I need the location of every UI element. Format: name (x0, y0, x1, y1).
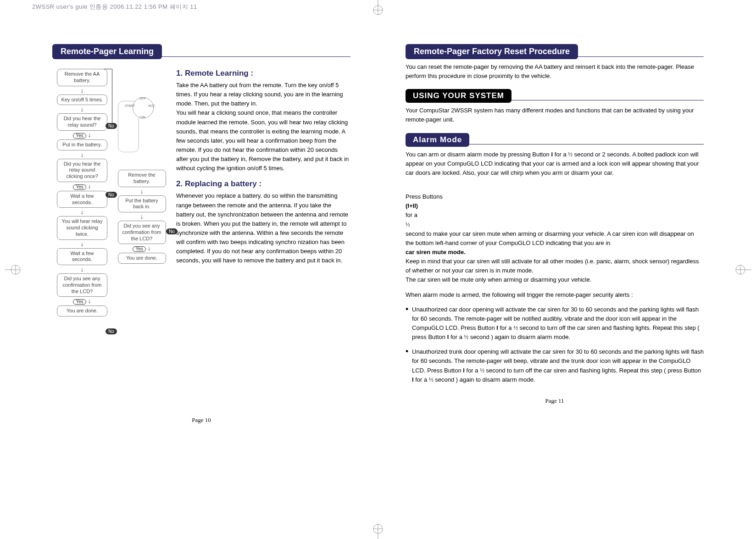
left-page-columns: Remove the AA battery. ↓ Key on/off 5 ti… (52, 62, 350, 404)
flow-box: You are done. (118, 253, 166, 264)
body-text: You can reset the remote-pager by removi… (406, 62, 704, 81)
no-label: No (106, 328, 117, 334)
document-sheet: 2WSSR user's guie 인증용 2006.11.22 1:56 PM… (0, 0, 756, 539)
yes-label: Yes (73, 184, 86, 190)
page-number: Page 10 (52, 417, 350, 424)
print-header: 2WSSR user's guie 인증용 2006.11.22 1:56 PM… (0, 0, 756, 14)
arrow-down-icon: ↓ (52, 241, 112, 247)
list-item: Unauthorized car door opening will activ… (406, 305, 704, 342)
section-tab-using-system: USING YOUR SYSTEM (406, 89, 511, 103)
button-ref: I (463, 367, 465, 374)
arrow-down-icon: ↓ (52, 209, 112, 215)
arrow-down-icon: ↓ (52, 87, 112, 94)
arrow-down-icon: Yes ↓ (52, 183, 112, 190)
arrow-down-icon: ↓ (52, 266, 112, 272)
yes-label: Yes (73, 299, 86, 305)
section-tab-alarm-mode: Alarm Mode (406, 133, 469, 147)
no-label: No (106, 192, 117, 198)
fraction-half: ½ (568, 151, 573, 158)
subheading-replacing-battery: 2. Replacing a battery : (176, 179, 350, 189)
subheading-remote-learning: 1. Remote Learning : (176, 69, 350, 78)
flow-box: You will hear relay sound clicking twice… (57, 216, 107, 239)
flow-box: Did you hear the relay sound clicking on… (57, 159, 107, 182)
fraction-half: ½ (464, 333, 469, 340)
flow-box: Put in the battery. (57, 139, 107, 150)
yes-label: Yes (73, 133, 86, 139)
yes-label: Yes (133, 246, 145, 252)
arrow-down-icon: ↓ (52, 106, 112, 112)
fraction-half: ½ (406, 221, 410, 228)
flow-box: Key on/off 5 times. (57, 94, 107, 106)
button-ref: I (447, 333, 449, 340)
body-text: Take the AA battery out from the remote.… (176, 81, 350, 173)
page-10: Remote-Pager Learning Remove the AA batt… (39, 41, 378, 424)
section-tab-factory-reset: Remote-Pager Factory Reset Procedure (406, 44, 578, 59)
flow-box: Put the battery back in. (118, 195, 166, 213)
alert-trigger-list: Unauthorized car door opening will activ… (406, 305, 704, 384)
body-text: Press Buttons (I+II) for a ½ second to m… (406, 183, 704, 285)
fraction-half: ½ (513, 324, 518, 331)
flow-box: Did you see any confirmation from the LC… (118, 221, 166, 244)
page-11: Remote-Pager Factory Reset Procedure You… (378, 41, 717, 405)
flow-box: Wait a few seconds. (57, 191, 107, 208)
body-text: When alarm mode is armed, the following … (406, 290, 704, 300)
flow-box: You are done. (57, 306, 107, 317)
body-text: Your CompuStar 2WSSR system has many dif… (406, 106, 704, 124)
pages-container: Remote-Pager Learning Remove the AA batt… (0, 14, 756, 539)
crop-mark-right (733, 261, 751, 279)
flow-box: Did you see any confirmation from the LC… (57, 273, 107, 297)
button-ref: I (412, 376, 414, 383)
flow-box: Wait a few seconds. (57, 248, 107, 266)
flowchart: Remove the AA battery. ↓ Key on/off 5 ti… (52, 62, 167, 404)
flow-box: Did you hear the relay sound? (57, 113, 107, 131)
fraction-half: ½ (480, 367, 484, 374)
button-ref: I (496, 324, 498, 331)
flow-box: Remove the AA battery. (57, 69, 107, 86)
button-ref: (I+II) (406, 202, 418, 209)
flow-box: Remove the battery. (118, 170, 166, 187)
fraction-half: ½ (429, 376, 434, 383)
page-number: Page 11 (406, 397, 704, 405)
left-text-column: 1. Remote Learning : Take the AA battery… (176, 62, 350, 404)
list-item: Unauthorized trunk door opening will act… (406, 347, 704, 384)
button-ref: I (551, 151, 553, 158)
arrow-down-icon: Yes ↓ (52, 298, 112, 305)
arrow-down-icon: Yes ↓ (52, 132, 112, 139)
arrow-down-icon: ↓ (52, 151, 112, 158)
remote-dial-illustration: OFF ACC ON START (114, 96, 156, 156)
body-text: You can arm or disarm alarm mode by pres… (406, 150, 704, 178)
no-label: No (166, 228, 178, 234)
section-tab-remote-pager-learning: Remote-Pager Learning (52, 44, 162, 59)
body-text: Whenever you replace a battery, do so wi… (176, 191, 350, 265)
arrow-down-icon: ↓ (117, 213, 167, 220)
arrow-down-icon: Yes ↓ (117, 245, 167, 252)
crop-mark-left (5, 261, 23, 279)
arrow-down-icon: ↓ (117, 188, 167, 194)
